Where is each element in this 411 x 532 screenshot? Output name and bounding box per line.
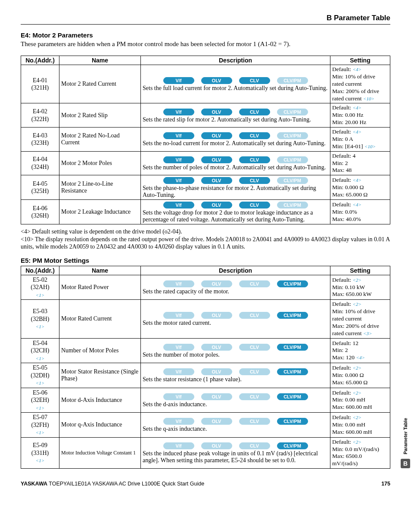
footer-left: YASKAWA TOEPYAIL1E01A YASKAWA AC Drive L… (21, 481, 204, 487)
table-row: E5-07(32FH)<1>Motor q-Axis InductanceV/f… (21, 413, 390, 438)
e5-table: No.(Addr.) Name Description Setting E5-0… (21, 266, 390, 469)
table-row: E4-04(324H)Motor 2 Motor PolesV/fOLVCLVC… (21, 151, 390, 175)
th-desc: Description (141, 266, 330, 275)
table-row: E5-02(32AH)<1>Motor Rated PowerV/fOLVCLV… (21, 275, 390, 300)
th-no: No.(Addr.) (21, 266, 59, 275)
section-e4-lead: These parameters are hidden when a PM mo… (21, 40, 390, 48)
header-rule (21, 24, 390, 25)
table-row: E4-06(326H)Motor 2 Leakage InductanceV/f… (21, 200, 390, 224)
table-row: E4-02(322H)Motor 2 Rated SlipV/fOLVCLVCL… (21, 103, 390, 128)
table-row: E5-09(331H)<1>Motor Induction Voltage Co… (21, 437, 390, 469)
footnote-10: <10> The display resolution depends on t… (21, 236, 390, 251)
table-row: E4-03(323H)Motor 2 Rated No-Load Current… (21, 128, 390, 152)
th-name: Name (59, 56, 141, 65)
th-name: Name (59, 266, 141, 275)
footer-page: 175 (381, 481, 390, 487)
footer-doc: TOEPYAIL1E01A YASKAWA AC Drive L1000E Qu… (47, 481, 204, 487)
section-e4-title: E4: Motor 2 Parameters (21, 31, 390, 39)
table-row: E5-06(32EH)<1>Motor d-Axis InductanceV/f… (21, 388, 390, 413)
page-footer: YASKAWA TOEPYAIL1E01A YASKAWA AC Drive L… (21, 481, 390, 487)
e4-table: No.(Addr.) Name Description Setting E4-0… (21, 56, 390, 224)
side-tab: Parameter Table B (401, 418, 410, 468)
th-no: No.(Addr.) (21, 56, 59, 65)
th-set: Setting (330, 266, 390, 275)
th-desc: Description (141, 56, 330, 65)
page-header: B Parameter Table (21, 14, 390, 24)
footer-brand: YASKAWA (21, 481, 47, 487)
table-row: E5-03(32BH)<1>Motor Rated CurrentV/fOLVC… (21, 300, 390, 338)
section-e5-title: E5: PM Motor Settings (21, 257, 390, 264)
table-row: E5-04(32CH)<1>Number of Motor PolesV/fOL… (21, 338, 390, 363)
table-row: E4-01(321H)Motor 2 Rated CurrentV/fOLVCL… (21, 65, 390, 103)
th-set: Setting (330, 56, 390, 65)
footnote-4: <4> Default setting value is dependent o… (21, 228, 390, 236)
table-row: E4-05(325H)Motor 2 Line-to-Line Resistan… (21, 175, 390, 200)
side-tab-label: Parameter Table (403, 418, 408, 454)
side-tab-badge: B (401, 459, 410, 468)
table-row: E5-05(32DH)<1>Motor Stator Resistance (S… (21, 363, 390, 388)
footnotes: <4> Default setting value is dependent o… (21, 228, 390, 251)
